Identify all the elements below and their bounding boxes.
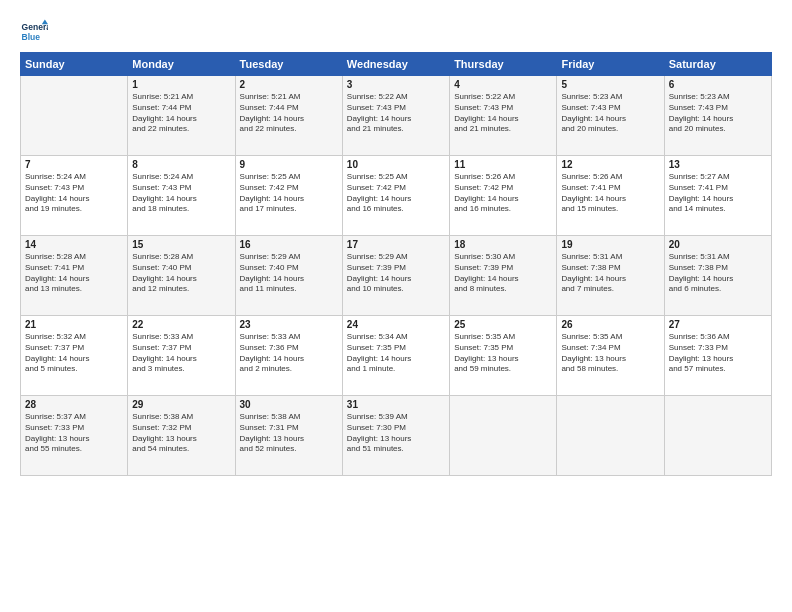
day-number: 18 — [454, 239, 552, 250]
day-cell: 17Sunrise: 5:29 AM Sunset: 7:39 PM Dayli… — [342, 236, 449, 316]
day-number: 16 — [240, 239, 338, 250]
week-row-1: 1Sunrise: 5:21 AM Sunset: 7:44 PM Daylig… — [21, 76, 772, 156]
day-cell: 23Sunrise: 5:33 AM Sunset: 7:36 PM Dayli… — [235, 316, 342, 396]
day-number: 13 — [669, 159, 767, 170]
day-info: Sunrise: 5:30 AM Sunset: 7:39 PM Dayligh… — [454, 252, 552, 295]
day-number: 26 — [561, 319, 659, 330]
weekday-header-saturday: Saturday — [664, 53, 771, 76]
day-info: Sunrise: 5:26 AM Sunset: 7:41 PM Dayligh… — [561, 172, 659, 215]
day-cell: 4Sunrise: 5:22 AM Sunset: 7:43 PM Daylig… — [450, 76, 557, 156]
day-number: 24 — [347, 319, 445, 330]
day-info: Sunrise: 5:29 AM Sunset: 7:39 PM Dayligh… — [347, 252, 445, 295]
day-cell: 24Sunrise: 5:34 AM Sunset: 7:35 PM Dayli… — [342, 316, 449, 396]
day-number: 23 — [240, 319, 338, 330]
day-info: Sunrise: 5:31 AM Sunset: 7:38 PM Dayligh… — [561, 252, 659, 295]
day-cell: 14Sunrise: 5:28 AM Sunset: 7:41 PM Dayli… — [21, 236, 128, 316]
day-info: Sunrise: 5:31 AM Sunset: 7:38 PM Dayligh… — [669, 252, 767, 295]
day-info: Sunrise: 5:27 AM Sunset: 7:41 PM Dayligh… — [669, 172, 767, 215]
day-cell: 22Sunrise: 5:33 AM Sunset: 7:37 PM Dayli… — [128, 316, 235, 396]
day-cell: 10Sunrise: 5:25 AM Sunset: 7:42 PM Dayli… — [342, 156, 449, 236]
day-number: 5 — [561, 79, 659, 90]
svg-text:Blue: Blue — [22, 32, 41, 42]
day-info: Sunrise: 5:25 AM Sunset: 7:42 PM Dayligh… — [347, 172, 445, 215]
day-info: Sunrise: 5:26 AM Sunset: 7:42 PM Dayligh… — [454, 172, 552, 215]
logo-icon: General Blue — [20, 18, 48, 46]
day-number: 1 — [132, 79, 230, 90]
day-cell: 6Sunrise: 5:23 AM Sunset: 7:43 PM Daylig… — [664, 76, 771, 156]
day-number: 25 — [454, 319, 552, 330]
day-info: Sunrise: 5:22 AM Sunset: 7:43 PM Dayligh… — [454, 92, 552, 135]
day-cell: 2Sunrise: 5:21 AM Sunset: 7:44 PM Daylig… — [235, 76, 342, 156]
day-number: 10 — [347, 159, 445, 170]
day-cell: 19Sunrise: 5:31 AM Sunset: 7:38 PM Dayli… — [557, 236, 664, 316]
day-cell: 12Sunrise: 5:26 AM Sunset: 7:41 PM Dayli… — [557, 156, 664, 236]
week-row-2: 7Sunrise: 5:24 AM Sunset: 7:43 PM Daylig… — [21, 156, 772, 236]
day-number: 7 — [25, 159, 123, 170]
day-cell: 1Sunrise: 5:21 AM Sunset: 7:44 PM Daylig… — [128, 76, 235, 156]
day-info: Sunrise: 5:37 AM Sunset: 7:33 PM Dayligh… — [25, 412, 123, 455]
day-info: Sunrise: 5:21 AM Sunset: 7:44 PM Dayligh… — [240, 92, 338, 135]
day-number: 17 — [347, 239, 445, 250]
day-cell: 30Sunrise: 5:38 AM Sunset: 7:31 PM Dayli… — [235, 396, 342, 476]
day-info: Sunrise: 5:21 AM Sunset: 7:44 PM Dayligh… — [132, 92, 230, 135]
day-info: Sunrise: 5:33 AM Sunset: 7:37 PM Dayligh… — [132, 332, 230, 375]
day-info: Sunrise: 5:33 AM Sunset: 7:36 PM Dayligh… — [240, 332, 338, 375]
calendar-table: SundayMondayTuesdayWednesdayThursdayFrid… — [20, 52, 772, 476]
day-cell: 25Sunrise: 5:35 AM Sunset: 7:35 PM Dayli… — [450, 316, 557, 396]
day-cell — [21, 76, 128, 156]
day-number: 30 — [240, 399, 338, 410]
day-info: Sunrise: 5:36 AM Sunset: 7:33 PM Dayligh… — [669, 332, 767, 375]
day-info: Sunrise: 5:28 AM Sunset: 7:41 PM Dayligh… — [25, 252, 123, 295]
day-info: Sunrise: 5:24 AM Sunset: 7:43 PM Dayligh… — [25, 172, 123, 215]
day-number: 2 — [240, 79, 338, 90]
day-cell: 5Sunrise: 5:23 AM Sunset: 7:43 PM Daylig… — [557, 76, 664, 156]
day-cell — [664, 396, 771, 476]
day-cell: 8Sunrise: 5:24 AM Sunset: 7:43 PM Daylig… — [128, 156, 235, 236]
day-info: Sunrise: 5:38 AM Sunset: 7:32 PM Dayligh… — [132, 412, 230, 455]
weekday-header-sunday: Sunday — [21, 53, 128, 76]
day-number: 15 — [132, 239, 230, 250]
header: General Blue — [20, 18, 772, 46]
day-number: 12 — [561, 159, 659, 170]
day-number: 20 — [669, 239, 767, 250]
day-info: Sunrise: 5:23 AM Sunset: 7:43 PM Dayligh… — [669, 92, 767, 135]
day-info: Sunrise: 5:24 AM Sunset: 7:43 PM Dayligh… — [132, 172, 230, 215]
day-info: Sunrise: 5:28 AM Sunset: 7:40 PM Dayligh… — [132, 252, 230, 295]
day-cell: 26Sunrise: 5:35 AM Sunset: 7:34 PM Dayli… — [557, 316, 664, 396]
day-info: Sunrise: 5:22 AM Sunset: 7:43 PM Dayligh… — [347, 92, 445, 135]
day-number: 29 — [132, 399, 230, 410]
weekday-header-thursday: Thursday — [450, 53, 557, 76]
day-cell: 21Sunrise: 5:32 AM Sunset: 7:37 PM Dayli… — [21, 316, 128, 396]
day-cell: 9Sunrise: 5:25 AM Sunset: 7:42 PM Daylig… — [235, 156, 342, 236]
day-number: 11 — [454, 159, 552, 170]
day-number: 31 — [347, 399, 445, 410]
day-cell: 3Sunrise: 5:22 AM Sunset: 7:43 PM Daylig… — [342, 76, 449, 156]
weekday-header-friday: Friday — [557, 53, 664, 76]
day-number: 14 — [25, 239, 123, 250]
page: General Blue SundayMondayTuesdayWednesda… — [0, 0, 792, 612]
day-cell: 20Sunrise: 5:31 AM Sunset: 7:38 PM Dayli… — [664, 236, 771, 316]
day-number: 19 — [561, 239, 659, 250]
weekday-header-wednesday: Wednesday — [342, 53, 449, 76]
week-row-4: 21Sunrise: 5:32 AM Sunset: 7:37 PM Dayli… — [21, 316, 772, 396]
day-cell: 7Sunrise: 5:24 AM Sunset: 7:43 PM Daylig… — [21, 156, 128, 236]
day-cell: 18Sunrise: 5:30 AM Sunset: 7:39 PM Dayli… — [450, 236, 557, 316]
day-cell: 27Sunrise: 5:36 AM Sunset: 7:33 PM Dayli… — [664, 316, 771, 396]
day-number: 4 — [454, 79, 552, 90]
day-number: 22 — [132, 319, 230, 330]
weekday-header-monday: Monday — [128, 53, 235, 76]
day-info: Sunrise: 5:25 AM Sunset: 7:42 PM Dayligh… — [240, 172, 338, 215]
day-number: 9 — [240, 159, 338, 170]
day-cell: 13Sunrise: 5:27 AM Sunset: 7:41 PM Dayli… — [664, 156, 771, 236]
day-cell — [557, 396, 664, 476]
calendar-body: 1Sunrise: 5:21 AM Sunset: 7:44 PM Daylig… — [21, 76, 772, 476]
day-info: Sunrise: 5:35 AM Sunset: 7:35 PM Dayligh… — [454, 332, 552, 375]
day-info: Sunrise: 5:34 AM Sunset: 7:35 PM Dayligh… — [347, 332, 445, 375]
logo: General Blue — [20, 18, 52, 46]
day-number: 3 — [347, 79, 445, 90]
day-cell: 31Sunrise: 5:39 AM Sunset: 7:30 PM Dayli… — [342, 396, 449, 476]
day-number: 6 — [669, 79, 767, 90]
week-row-3: 14Sunrise: 5:28 AM Sunset: 7:41 PM Dayli… — [21, 236, 772, 316]
day-info: Sunrise: 5:38 AM Sunset: 7:31 PM Dayligh… — [240, 412, 338, 455]
weekday-header-tuesday: Tuesday — [235, 53, 342, 76]
